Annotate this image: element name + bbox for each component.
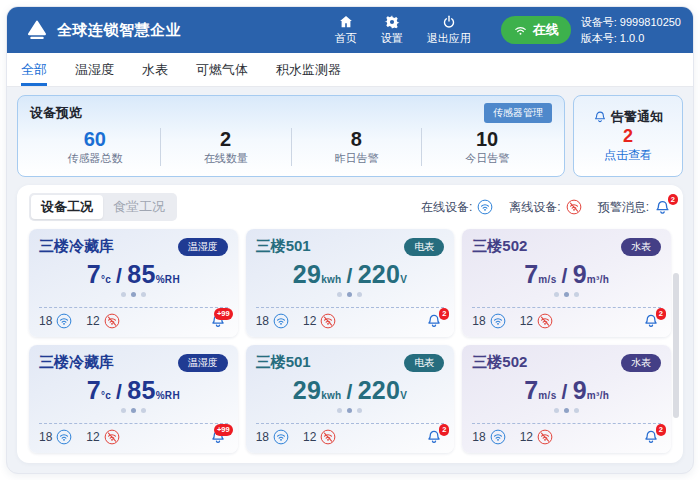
tab-water-meter[interactable]: 水表 [142,53,168,86]
device-card[interactable]: 三楼冷藏库 温湿度 7°c/85%RH 18 12 [29,345,238,453]
card-alert-badge: +99 [214,424,233,436]
online-count: 18 [256,430,269,444]
legend-warning: 预警消息: 2 [598,199,671,216]
card-type-badge: 温湿度 [178,354,228,372]
app-title: 全球连锁智慧企业 [57,21,181,40]
card-alert-bell[interactable]: +99 [210,313,226,329]
toggle-canteen-status[interactable]: 食堂工况 [103,195,175,219]
device-overview-panel: 设备预览 传感器管理 60 传感器总数 2 在线数量 8 [17,95,565,177]
nav-home-label: 首页 [335,31,357,46]
carousel-dots[interactable] [472,292,661,297]
offline-count: 12 [520,314,533,328]
card-type-badge: 温湿度 [178,238,228,256]
tab-gas[interactable]: 可燃气体 [196,53,248,86]
offline-count: 12 [520,430,533,444]
card-readings: 7m/s/9m³/h [472,260,661,289]
card-readings: 7°c/85%RH [39,260,228,289]
card-title: 三楼502 [472,237,527,256]
wifi-online-icon [490,429,506,445]
wifi-online-icon [273,429,289,445]
wifi-online-icon [477,199,493,215]
alert-panel-title: 告警通知 [611,108,663,126]
nav-home[interactable]: 首页 [335,14,357,46]
sensor-manage-button[interactable]: 传感器管理 [484,103,552,123]
card-alert-bell[interactable]: +99 [210,429,226,445]
device-card[interactable]: 三楼502 水表 7m/s/9m³/h 18 12 [462,229,671,337]
stat-total-sensors: 60 传感器总数 [30,128,161,166]
carousel-dots[interactable] [39,292,228,297]
device-info: 设备号: 9999810250 版本号: 1.0.0 [581,14,681,47]
version-label: 版本号: [581,32,617,44]
alert-notification-panel[interactable]: 告警通知 2 点击查看 [573,95,683,177]
online-status-badge: 在线 [501,16,571,44]
category-tabbar: 全部 温湿度 水表 可燃气体 积水监测器 [7,53,693,87]
wifi-offline-icon [537,429,553,445]
card-title: 三楼501 [256,237,311,256]
nav-exit-app[interactable]: 退出应用 [427,14,471,46]
carousel-dots[interactable] [472,408,661,413]
wifi-online-icon [56,429,72,445]
legend-offline: 离线设备: [509,199,581,216]
card-alert-badge: 2 [439,308,449,320]
nav-exit-label: 退出应用 [427,31,471,46]
nav-settings[interactable]: 设置 [381,14,403,46]
carousel-dots[interactable] [256,292,445,297]
stat-yesterday-alarms: 8 昨日告警 [292,128,423,166]
app-window: 全球连锁智慧企业 首页 设置 退出应用 [0,0,700,480]
online-count: 18 [256,314,269,328]
overview-title: 设备预览 [30,104,82,122]
tab-flood-monitor[interactable]: 积水监测器 [276,53,341,86]
online-count: 18 [472,314,485,328]
wifi-offline-icon [566,199,582,215]
card-alert-bell[interactable]: 2 [643,313,659,329]
carousel-dots[interactable] [39,408,228,413]
bell-icon [593,110,607,124]
warning-count-badge: 2 [668,194,678,206]
wifi-offline-icon [320,429,336,445]
content-area: 设备预览 传感器管理 60 传感器总数 2 在线数量 8 [7,87,693,473]
device-card[interactable]: 三楼501 电表 29kwh/220V 18 12 [246,229,455,337]
version-value: 1.0.0 [620,32,644,44]
vertical-scrollbar[interactable] [673,273,679,418]
device-card[interactable]: 三楼501 电表 29kwh/220V 18 12 [246,345,455,453]
nav-settings-label: 设置 [381,31,403,46]
card-readings: 29kwh/220V [256,376,445,405]
stat-today-alarms: 10 今日告警 [422,128,552,166]
online-count: 18 [472,430,485,444]
wifi-offline-icon [320,313,336,329]
device-no-value: 9999810250 [620,16,681,28]
card-readings: 29kwh/220V [256,260,445,289]
toggle-device-status[interactable]: 设备工况 [31,195,103,219]
wifi-offline-icon [104,313,120,329]
status-legend: 在线设备: 离线设备: 预警消息: 2 [421,199,671,216]
card-alert-bell[interactable]: 2 [426,313,442,329]
card-alert-badge: 2 [439,424,449,436]
online-count: 18 [39,314,52,328]
device-card[interactable]: 三楼冷藏库 温湿度 7°c/85%RH 18 12 [29,229,238,337]
card-readings: 7°c/85%RH [39,376,228,405]
card-readings: 7m/s/9m³/h [472,376,661,405]
workspace-toggle: 设备工况 食堂工况 [29,193,177,221]
card-title: 三楼冷藏库 [39,237,114,256]
card-alert-bell[interactable]: 2 [426,429,442,445]
wifi-online-icon [56,313,72,329]
card-type-badge: 电表 [404,354,444,372]
device-card[interactable]: 三楼502 水表 7m/s/9m³/h 18 12 [462,345,671,453]
card-alert-badge: +99 [214,308,233,320]
card-alert-badge: 2 [656,308,666,320]
tab-all[interactable]: 全部 [21,53,47,86]
card-title: 三楼冷藏库 [39,353,114,372]
alert-view-link[interactable]: 点击查看 [604,147,652,164]
carousel-dots[interactable] [256,408,445,413]
home-icon [338,14,354,30]
tab-temp-humidity[interactable]: 温湿度 [75,53,114,86]
online-count: 18 [39,430,52,444]
offline-count: 12 [303,430,316,444]
legend-online: 在线设备: [421,199,493,216]
card-alert-bell[interactable]: 2 [643,429,659,445]
power-icon [441,14,457,30]
stat-online-count: 2 在线数量 [161,128,292,166]
wifi-online-icon [490,313,506,329]
card-alert-badge: 2 [656,424,666,436]
dashboard-app: 全球连锁智慧企业 首页 设置 退出应用 [6,6,694,474]
